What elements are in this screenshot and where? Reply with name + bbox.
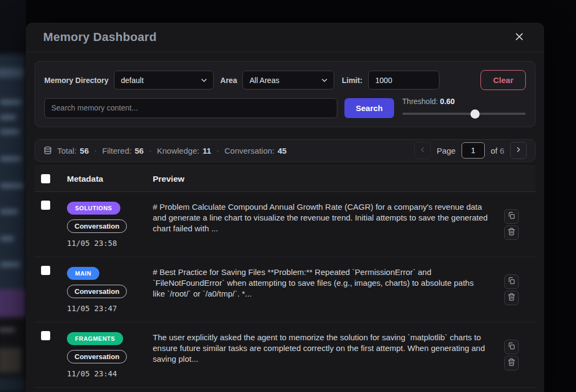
page-input[interactable] <box>462 142 485 159</box>
area-badge: MAIN <box>67 267 99 280</box>
copy-button[interactable] <box>504 209 519 224</box>
row-actions <box>504 322 536 387</box>
metadata-cell: FRAGMENTS Conversation 11/05 23:44 <box>67 322 153 387</box>
close-button[interactable] <box>512 30 527 45</box>
preview-text: The user explicitly asked the agent to m… <box>153 322 504 387</box>
timestamp: 11/05 23:44 <box>67 369 117 378</box>
timestamp: 11/05 23:47 <box>67 304 117 313</box>
stat-total: Total:56 <box>57 146 89 155</box>
slider-thumb[interactable] <box>471 109 480 119</box>
threshold-slider[interactable] <box>402 109 526 119</box>
copy-button[interactable] <box>504 274 519 289</box>
database-icon <box>43 146 52 155</box>
search-input[interactable] <box>44 98 337 118</box>
stat-filtered: Filtered:56 <box>102 146 144 155</box>
area-badge: FRAGMENTS <box>67 332 123 345</box>
threshold-value: 0.60 <box>440 97 455 106</box>
modal-header: Memory Dashboard <box>26 23 544 52</box>
stat-conversation: Conversation:45 <box>225 146 287 155</box>
filter-panel: Memory Directory default Area All Areas … <box>35 61 536 127</box>
trash-icon <box>507 228 516 238</box>
background-blur <box>0 0 26 392</box>
row-checkbox[interactable] <box>41 201 50 210</box>
copy-icon <box>507 342 516 352</box>
memory-directory-select[interactable]: default <box>114 71 214 90</box>
area-value: All Areas <box>249 76 279 85</box>
table-row: SOLUTIONS Conversation 11/05 23:58 # Pro… <box>35 192 536 257</box>
area-select[interactable]: All Areas <box>242 71 334 90</box>
area-badge: SOLUTIONS <box>67 202 120 215</box>
delete-button[interactable] <box>504 356 519 370</box>
metadata-cell: SOLUTIONS Conversation 11/05 23:58 <box>67 192 153 257</box>
type-pill: Conversation <box>67 219 127 233</box>
row-actions <box>504 257 536 322</box>
copy-icon <box>507 277 516 287</box>
search-button[interactable]: Search <box>344 98 394 118</box>
trash-icon <box>507 358 516 368</box>
table-row: FRAGMENTS Conversation 11/05 23:44 The u… <box>35 322 536 388</box>
copy-button[interactable] <box>504 340 519 354</box>
page-title: Memory Dashboard <box>43 30 157 44</box>
threshold-label: Threshold: 0.60 <box>402 97 526 106</box>
copy-icon <box>507 211 516 222</box>
next-page-button[interactable] <box>510 142 527 159</box>
timestamp: 11/05 23:58 <box>67 239 117 247</box>
row-checkbox[interactable] <box>41 331 50 340</box>
separator-dot: · <box>216 146 219 155</box>
stat-knowledge: Knowledge:11 <box>157 146 211 155</box>
row-checkbox[interactable] <box>41 266 50 275</box>
memory-table: Metadata Preview SOLUTIONS Conversation … <box>35 166 536 388</box>
delete-button[interactable] <box>504 225 519 240</box>
row-actions <box>504 192 536 257</box>
memory-dashboard-modal: Memory Dashboard Memory Directory defaul… <box>26 23 544 392</box>
memory-directory-value: default <box>121 76 144 85</box>
separator-dot: · <box>149 146 152 155</box>
prev-page-button[interactable] <box>414 142 431 159</box>
table-row: MAIN Conversation 11/05 23:47 # Best Pra… <box>35 257 536 322</box>
type-pill: Conversation <box>67 350 127 363</box>
chevron-right-icon <box>514 146 523 156</box>
preview-text: # Problem Calculate Compound Annual Grow… <box>153 192 504 257</box>
threshold-control: Threshold: 0.60 <box>402 97 526 119</box>
table-header: Metadata Preview <box>35 166 536 192</box>
area-label: Area <box>220 76 237 85</box>
page-of: of 6 <box>491 146 504 155</box>
chevron-down-icon <box>320 76 329 86</box>
background-app <box>0 0 26 392</box>
close-icon <box>513 31 525 44</box>
separator-dot: · <box>94 146 97 155</box>
trash-icon <box>507 293 516 303</box>
metadata-cell: MAIN Conversation 11/05 23:47 <box>67 257 153 322</box>
chevron-down-icon <box>200 76 208 86</box>
chevron-left-icon <box>418 146 426 156</box>
preview-text: # Best Practice for Saving Files **Probl… <box>153 257 504 322</box>
limit-input[interactable] <box>368 71 439 90</box>
column-header-metadata: Metadata <box>67 174 153 184</box>
select-all-checkbox[interactable] <box>41 174 50 183</box>
slider-track <box>402 113 526 115</box>
pagination: Page of 6 <box>414 142 527 159</box>
clear-button[interactable]: Clear <box>480 70 526 90</box>
page-label: Page <box>437 146 456 155</box>
column-header-preview: Preview <box>153 174 504 184</box>
memory-directory-label: Memory Directory <box>44 76 109 85</box>
type-pill: Conversation <box>67 285 127 298</box>
limit-label: Limit: <box>342 76 362 85</box>
delete-button[interactable] <box>504 291 519 305</box>
stats-bar: Total:56 · Filtered:56 · Knowledge:11 · … <box>35 139 536 162</box>
